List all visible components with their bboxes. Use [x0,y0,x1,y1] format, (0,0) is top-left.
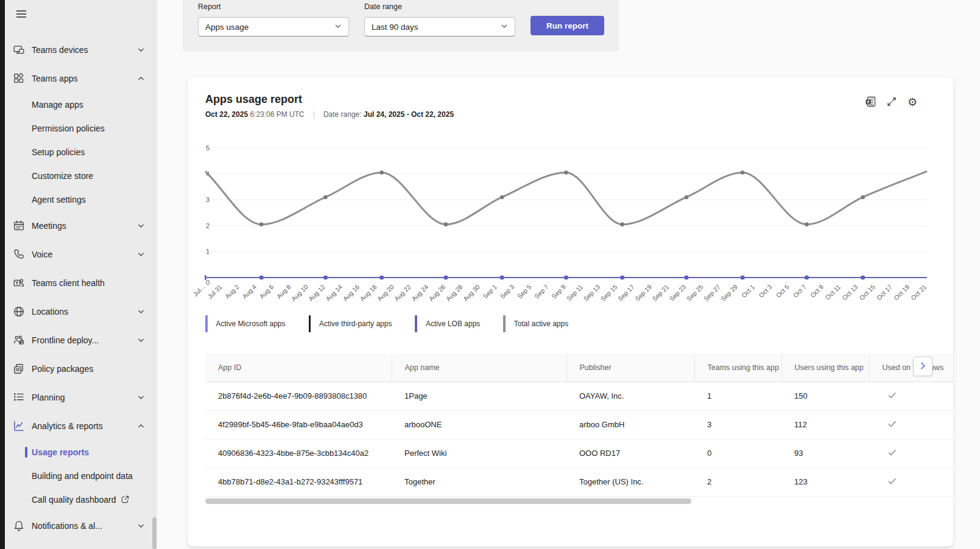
y-axis-tick-label: 2 [206,222,210,229]
sidebar-item-permission-policies[interactable]: Permission policies [5,116,157,140]
x-axis-tick-label: Aug 20 [376,283,395,302]
column-header-teams-using-this-app[interactable]: Teams using this app [694,354,781,382]
sidebar-item-label: Permission policies [32,124,105,133]
sidebar-item-voice[interactable]: Voice [5,240,157,268]
sidebar-item-label: Setup policies [32,147,85,157]
hamburger-icon [15,8,27,22]
legend-item-active-lob-apps[interactable]: Active LOB apps [415,315,480,332]
table-scroll-right-button[interactable] [913,357,932,376]
sidebar-item-label: Teams devices [32,45,88,55]
sidebar-item-label: Teams apps [32,74,77,83]
x-axis-tick-label: Sep 25 [685,283,705,302]
health-icon [12,277,26,289]
cell-publisher: Together (US) Inc. [566,467,694,496]
column-header-used-on-windows[interactable]: Used on Windows [869,354,953,382]
usage-chart-svg: 012345Jul...Jul 31Aug 2Aug 4Aug 6Aug 8Au… [205,142,953,306]
date-range-dropdown[interactable]: Last 90 days [364,17,515,37]
table-header-row: App IDApp namePublisherTeams using this … [205,354,953,382]
sidebar-item-locations[interactable]: Locations [5,297,157,326]
x-axis-tick-label: Oct 5 [774,283,790,299]
sidebar-item-customize-store[interactable]: Customize store [5,164,157,187]
sidebar-item-building-and-endpoint-data[interactable]: Building and endpoint data [5,464,157,488]
report-date-range-label: Date range: [323,110,362,119]
legend-item-active-third-party-apps[interactable]: Active third-party apps [309,315,392,332]
legend-item-total-active-apps[interactable]: Total active apps [503,315,568,332]
report-title: Apps usage report [205,93,936,106]
sidebar-item-planning[interactable]: Planning [5,383,157,411]
x-axis-tick-label: Oct 3 [757,283,773,299]
report-date-range-value: Jul 24, 2025 - Oct 22, 2025 [364,110,454,119]
legend-item-active-microsoft-apps[interactable]: Active Microsoft apps [205,315,286,332]
x-axis-tick-label: Oct 13 [841,283,859,301]
sidebar-item-label: Meetings [32,221,66,231]
legend-label: Active LOB apps [426,320,480,328]
sidebar-item-label: Call quality dashboard [32,495,116,505]
sidebar: Teams devicesTeams appsManage appsPermis… [5,0,157,549]
sidebar-item-setup-policies[interactable]: Setup policies [5,140,157,164]
report-dropdown-value: Apps usage [205,23,249,32]
sidebar-item-notifications-al[interactable]: Notifications & al... [5,511,157,540]
series-marker-active-lob-apps [259,276,264,280]
series-marker-active-lob-apps [379,276,384,280]
chevron-down-icon [137,307,145,315]
cell-users-using: 150 [781,382,869,410]
column-header-app-id[interactable]: App ID [205,354,392,382]
column-header-app-name[interactable]: App name [392,354,566,382]
calendar-icon [12,220,26,232]
sidebar-item-manage-apps[interactable]: Manage apps [5,93,157,116]
x-axis-tick-label: Sep 1 [481,283,498,300]
apps-icon [12,72,26,85]
date-range-dropdown-value: Last 90 days [372,23,418,32]
check-icon [887,419,897,429]
run-report-button[interactable]: Run report [531,16,604,35]
column-header-publisher[interactable]: Publisher [566,354,694,382]
settings-button[interactable]: ⚙ [906,96,919,109]
chevron-right-icon [918,361,928,372]
x-axis-tick-label: Oct 9 [809,283,825,299]
sidebar-item-frontline-deploy[interactable]: Frontline deploy... [5,326,157,354]
sidebar-nav: Teams devicesTeams appsManage appsPermis… [5,35,157,540]
chevron-down-icon [137,250,145,258]
legend-label: Active third-party apps [319,320,392,328]
x-axis-tick-label: Sep 5 [516,283,533,300]
sidebar-item-label: Notifications & al... [32,521,102,531]
x-axis-tick-label: Sep 23 [668,283,687,302]
devices-icon [12,44,26,56]
sidebar-item-teams-devices[interactable]: Teams devices [5,35,157,64]
report-filter-group: Report Apps usage [198,2,349,51]
table-row[interactable]: 40906836-4323-4bbe-875e-3cbb134c40a2Perf… [205,439,953,467]
left-dark-rail [0,0,5,549]
sidebar-item-agent-settings[interactable]: Agent settings [5,187,157,211]
packages-icon [12,363,26,375]
cell-app-name: arbooONE [392,410,566,439]
menu-button[interactable] [11,5,32,24]
sidebar-item-usage-reports[interactable]: Usage reports [5,440,157,464]
y-axis-tick-label: 0 [206,279,210,286]
sidebar-item-meetings[interactable]: Meetings [5,211,157,240]
series-marker-active-lob-apps [620,276,624,280]
sidebar-item-policy-packages[interactable]: Policy packages [5,354,157,383]
legend-color-bar [503,315,506,332]
export-excel-button[interactable]: X [864,96,878,109]
series-marker-total-active-apps [259,222,264,226]
table-row[interactable]: 2b876f4d-2e6b-4ee7-9b09-8893808c13801Pag… [205,382,953,410]
sidebar-item-analytics-reports[interactable]: Analytics & reports [5,411,157,440]
sidebar-item-call-quality-dashboard[interactable]: Call quality dashboard [5,488,157,511]
active-item-indicator [25,447,27,458]
sidebar-scrollbar-thumb[interactable] [152,517,157,549]
x-axis-tick-label: Oct 15 [858,283,876,301]
report-dropdown[interactable]: Apps usage [198,17,349,37]
sidebar-item-teams-apps[interactable]: Teams apps [5,64,157,93]
table-row[interactable]: 4bb78b71-d8e2-43a1-b272-93243fff9571Toge… [205,467,953,496]
phone-icon [12,248,26,261]
cell-app-id: 2b876f4d-2e6b-4ee7-9b09-8893808c1380 [205,382,392,410]
sidebar-item-teams-client-health[interactable]: Teams client health [5,268,157,297]
sidebar-item-label: Usage reports [32,447,89,457]
table-row[interactable]: 4f2989bf-5b45-46be-9fab-e9baa04ae0d3arbo… [205,410,953,439]
fullscreen-button[interactable] [885,96,898,109]
table-scrollbar-thumb[interactable] [205,498,691,504]
chevron-down-icon [500,22,509,32]
column-header-users-using-this-app[interactable]: Users using this app [781,354,869,382]
cell-app-name: Perfect Wiki [392,439,566,467]
x-axis-tick-label: Aug 16 [341,283,361,302]
